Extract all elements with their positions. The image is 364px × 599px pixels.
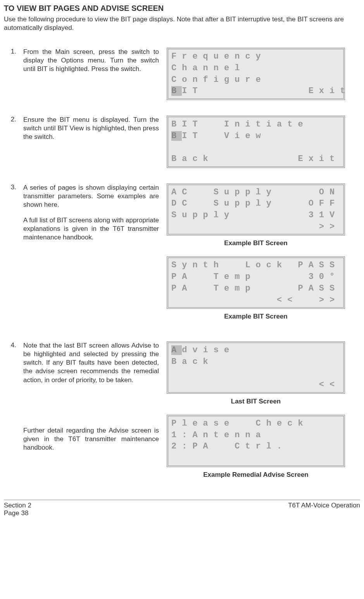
step-1: 1. From the Main screen, press the switc… (4, 48, 360, 104)
lcd-row: << >> (171, 294, 340, 306)
caption-example-bit-2: Example BIT Screen (167, 313, 345, 320)
caption-remedial: Example Remedial Advise Screen (167, 471, 345, 479)
step-number: 3. (4, 184, 23, 191)
footer-right: T6T AM-Voice Operation (288, 502, 360, 517)
lcd-row: 1:Antenna (171, 429, 340, 441)
step-3: 3. A series of pages is shown displaying… (4, 184, 360, 330)
step-paragraph: A full list of BIT screens along with ap… (23, 216, 159, 242)
lcd-row (171, 142, 340, 153)
lcd-row: << (171, 379, 340, 391)
step-text: From the Main screen, press the switch t… (23, 48, 167, 80)
lcd-row: Back Exit (171, 153, 340, 165)
lcd-row: BIT Initiate (171, 119, 340, 130)
footer-section: Section 2 (4, 502, 31, 509)
lcd-options-menu: FrequencyChannelConfigureBIT Exit (167, 48, 345, 100)
step-paragraph: Ensure the BIT menu is displayed. Turn t… (23, 116, 159, 141)
lcd-last-bit-screen: AdviseBack << (167, 341, 345, 394)
step-number: 4. (4, 341, 23, 349)
lcd-row: PA Temp 30° (171, 271, 340, 283)
step-text: A series of pages is shown displaying ce… (23, 184, 167, 249)
lcd-row: AC Supply ON (171, 187, 340, 198)
step-screens: FrequencyChannelConfigureBIT Exit (167, 48, 360, 104)
lcd-bit-screen-1: AC Supply ONDC Supply OFFSupply 31V >> (167, 184, 345, 236)
footer-page: Page 38 (4, 509, 31, 517)
page-footer: Section 2 Page 38 T6T AM-Voice Operation (4, 500, 360, 517)
lcd-highlight: A (171, 345, 182, 355)
lcd-text: IT Exit (182, 86, 350, 96)
step-screens: AdviseBack << Last BIT Screen Please Che… (167, 341, 360, 488)
step-number: 2. (4, 116, 23, 123)
lcd-row: Configure (171, 74, 340, 86)
step-paragraph: Note that the last BIT screen allows Adv… (23, 341, 159, 384)
lcd-highlight: B (171, 131, 182, 141)
lcd-row: DC Supply OFF (171, 198, 340, 209)
lcd-row: BIT Exit (171, 85, 340, 97)
page-title: TO VIEW BIT PAGES AND ADVISE SCREEN (4, 4, 360, 13)
lcd-row: >> (171, 221, 340, 233)
step-4: 4. Note that the last BIT screen allows … (4, 341, 360, 488)
lcd-row: Back (171, 356, 340, 368)
lcd-row: Synth Lock PASS (171, 260, 340, 271)
step-text: Note that the last BIT screen allows Adv… (23, 341, 167, 459)
lcd-row: Frequency (171, 51, 340, 62)
step-paragraph: A series of pages is shown displaying ce… (23, 184, 159, 209)
lcd-text: IT View (182, 131, 266, 141)
lcd-row: PA Temp PASS (171, 283, 340, 294)
lcd-row: Channel (171, 62, 340, 74)
step-paragraph: From the Main screen, press the switch t… (23, 48, 159, 73)
lcd-row (171, 452, 340, 464)
step-paragraph: Further detail regarding the Advise scre… (23, 426, 159, 452)
lcd-row: 2:PA Ctrl. (171, 441, 340, 452)
step-screens: BIT InitiateBIT ViewBack Exit (167, 116, 360, 172)
procedure-list: 1. From the Main screen, press the switc… (4, 48, 360, 488)
lcd-bit-menu: BIT InitiateBIT ViewBack Exit (167, 116, 345, 168)
step-2: 2. Ensure the BIT menu is displayed. Tur… (4, 116, 360, 172)
lcd-row: BIT View (171, 130, 340, 142)
lcd-bit-screen-2: Synth Lock PASSPA Temp 30°PA Temp PASS <… (167, 256, 345, 309)
lcd-row: Advise (171, 345, 340, 356)
page-body: TO VIEW BIT PAGES AND ADVISE SCREEN Use … (0, 0, 364, 525)
caption-last-bit: Last BIT Screen (167, 398, 345, 405)
footer-left: Section 2 Page 38 (4, 502, 31, 517)
step-number: 1. (4, 48, 23, 55)
lcd-row: Supply 31V (171, 209, 340, 221)
lcd-text: dvise (182, 345, 235, 355)
intro-paragraph: Use the following procedure to view the … (4, 15, 360, 32)
lcd-row (171, 368, 340, 379)
spacer (23, 391, 159, 426)
lcd-highlight: B (171, 86, 182, 96)
caption-example-bit-1: Example BIT Screen (167, 239, 345, 247)
lcd-remedial-screen: Please Check1:Antenna2:PA Ctrl. (167, 415, 345, 467)
step-text: Ensure the BIT menu is displayed. Turn t… (23, 116, 167, 148)
step-screens: AC Supply ONDC Supply OFFSupply 31V >> E… (167, 184, 360, 330)
lcd-row: Please Check (171, 418, 340, 429)
